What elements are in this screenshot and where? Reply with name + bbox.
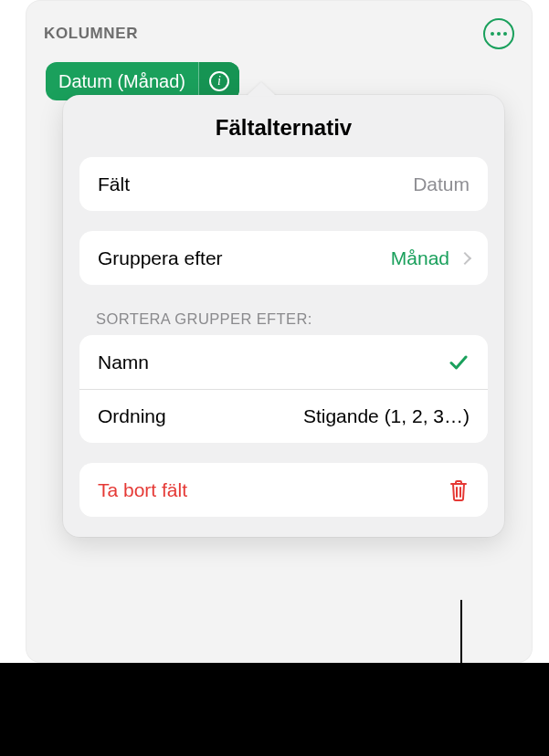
panel-header: KOLUMNER	[26, 0, 533, 62]
order-label: Ordning	[98, 405, 166, 427]
popover-title: Fältalternativ	[63, 95, 504, 157]
delete-group: Ta bort fält	[79, 463, 488, 517]
field-options-popover: Fältalternativ Fält Datum Gruppera efter…	[63, 95, 504, 537]
group-by-group: Gruppera efter Månad	[79, 231, 488, 285]
sort-group: Namn Ordning Stigande (1, 2, 3…)	[79, 335, 488, 443]
field-value: Datum	[413, 173, 470, 195]
delete-field-label: Ta bort fält	[98, 479, 187, 501]
more-button[interactable]	[483, 18, 514, 49]
trash-icon	[448, 478, 470, 502]
order-value: Stigande (1, 2, 3…)	[303, 405, 470, 427]
delete-field-row[interactable]: Ta bort fält	[79, 463, 488, 517]
field-label: Fält	[98, 173, 130, 195]
panel-title: KOLUMNER	[44, 25, 138, 43]
field-group: Fält Datum	[79, 157, 488, 211]
info-icon: i	[209, 71, 229, 91]
fields-panel: KOLUMNER Datum (Månad) i Fältalternativ …	[26, 0, 533, 663]
field-row: Fält Datum	[79, 157, 488, 211]
checkmark-icon	[448, 352, 470, 373]
sort-by-label: Namn	[98, 352, 149, 373]
callout-line	[460, 600, 462, 756]
order-row[interactable]: Ordning Stigande (1, 2, 3…)	[79, 389, 488, 443]
popover-arrow	[247, 82, 276, 96]
field-pill-label: Datum (Månad)	[46, 71, 198, 92]
chevron-right-icon	[459, 251, 471, 264]
sort-by-row[interactable]: Namn	[79, 335, 488, 389]
sort-section-label: SORTERA GRUPPER EFTER:	[63, 310, 504, 335]
group-by-value: Månad	[391, 247, 449, 269]
group-by-row[interactable]: Gruppera efter Månad	[79, 231, 488, 285]
group-by-label: Gruppera efter	[98, 247, 223, 269]
ellipsis-icon	[491, 32, 507, 36]
bottom-bar	[0, 663, 549, 756]
